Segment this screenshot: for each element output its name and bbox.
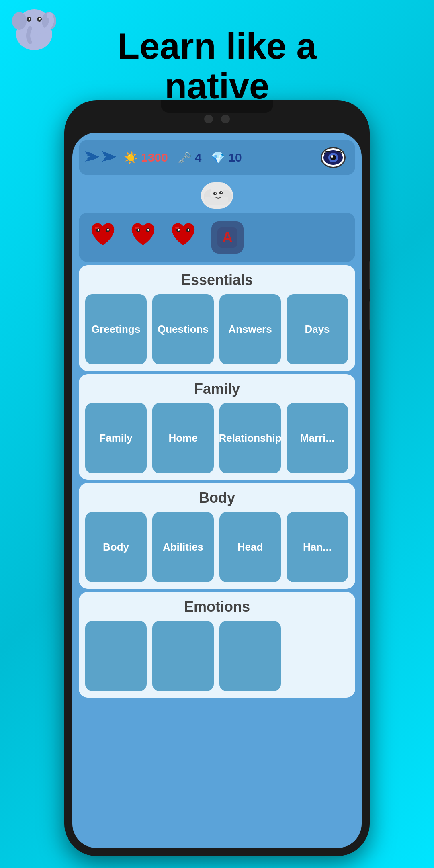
card-head-label: Head [234, 538, 266, 557]
card-abilities-label: Abilities [160, 538, 207, 557]
keys-item: 🗝️ 4 [178, 151, 202, 164]
svg-point-23 [98, 229, 99, 231]
card-home-label: Home [165, 429, 201, 448]
phone-screen[interactable]: ⮞⮞ ☀️ 1300 🗝️ 4 💎 10 [72, 133, 362, 848]
side-button-2 [369, 301, 370, 330]
svg-point-7 [39, 18, 41, 20]
arrow-icon: ⮞⮞ [84, 150, 118, 165]
phone-notch [161, 100, 273, 113]
card-hands-label: Han... [300, 538, 335, 557]
eye-button[interactable] [321, 147, 346, 168]
gems-item: 💎 10 [211, 151, 242, 164]
svg-point-30 [135, 227, 139, 229]
gem-icon: 💎 [211, 151, 225, 164]
heart-3 [167, 219, 199, 256]
card-emotion-2-label [180, 653, 186, 659]
essentials-cards: Greetings Questions Answers Days [85, 294, 349, 364]
svg-point-28 [138, 229, 139, 231]
card-emotion-3[interactable] [219, 621, 281, 691]
card-relationship[interactable]: Relationship [219, 403, 281, 473]
hearts-panel: A [79, 213, 355, 262]
essentials-title: Essentials [85, 272, 349, 289]
svg-point-33 [178, 229, 180, 231]
letter-badge[interactable]: A [211, 221, 244, 254]
phone-frame: ⮞⮞ ☀️ 1300 🗝️ 4 💎 10 [64, 100, 370, 856]
body-cards: Body Abilities Head Han... [85, 512, 349, 582]
key-icon: 🗝️ [178, 151, 192, 164]
card-relationship-label: Relationship [216, 429, 285, 448]
card-greetings-label: Greetings [88, 320, 143, 339]
card-answers-label: Answers [225, 320, 275, 339]
heart-1 [87, 219, 119, 256]
camera-dot-2 [221, 115, 230, 123]
body-section: Body Body Abilities Head Han... [79, 483, 355, 589]
card-answers[interactable]: Answers [219, 294, 281, 364]
svg-point-6 [29, 18, 30, 20]
card-body-label: Body [100, 538, 132, 557]
camera-dot-1 [204, 115, 213, 123]
card-greetings[interactable]: Greetings [85, 294, 147, 364]
card-abilities[interactable]: Abilities [152, 512, 214, 582]
card-days[interactable]: Days [287, 294, 348, 364]
svg-point-19 [215, 193, 216, 194]
essentials-section: Essentials Greetings Questions Answers D… [79, 265, 355, 371]
card-emotion-1[interactable] [85, 621, 147, 691]
card-emotion-3-label [247, 653, 254, 659]
family-title: Family [85, 381, 349, 397]
family-section: Family Family Home Relationship Marri... [79, 374, 355, 480]
camera-area [204, 115, 230, 123]
card-marriage[interactable]: Marri... [287, 403, 348, 473]
svg-point-12 [331, 155, 333, 158]
card-hands[interactable]: Han... [287, 512, 348, 582]
svg-point-24 [107, 229, 109, 231]
card-body[interactable]: Body [85, 512, 147, 582]
card-home[interactable]: Home [152, 403, 214, 473]
header-area: Learn like a native [0, 0, 434, 113]
svg-point-20 [221, 192, 222, 193]
cloud-mascot [201, 182, 233, 209]
status-left: ⮞⮞ ☀️ 1300 🗝️ 4 💎 10 [88, 150, 242, 165]
card-marriage-label: Marri... [297, 429, 338, 448]
card-head[interactable]: Head [219, 512, 281, 582]
mascot-elephant [8, 4, 60, 56]
svg-point-29 [147, 229, 149, 231]
emotions-section: Emotions [79, 592, 355, 698]
svg-text:A: A [222, 229, 233, 246]
card-emotion-2[interactable] [152, 621, 214, 691]
card-days-label: Days [301, 320, 333, 339]
body-title: Body [85, 489, 349, 506]
sun-icon: ☀️ [124, 151, 138, 164]
card-emotion-1-label [113, 653, 119, 659]
svg-point-35 [175, 227, 179, 229]
gems-value: 10 [228, 151, 242, 164]
svg-point-8 [47, 12, 53, 19]
heart-2 [127, 219, 159, 256]
svg-point-25 [95, 227, 99, 229]
family-cards: Family Home Relationship Marri... [85, 403, 349, 473]
energy-item: ☀️ 1300 [124, 151, 168, 164]
status-panel: ⮞⮞ ☀️ 1300 🗝️ 4 💎 10 [79, 140, 355, 175]
card-family[interactable]: Family [85, 403, 147, 473]
emotions-title: Emotions [85, 598, 349, 615]
svg-point-34 [188, 229, 189, 231]
page-title: Learn like a native [117, 18, 316, 106]
energy-value: 1300 [141, 151, 168, 164]
cloud-mascot-row [72, 179, 362, 210]
card-questions[interactable]: Questions [152, 294, 214, 364]
emotions-cards [85, 621, 349, 691]
side-button-1 [369, 261, 370, 289]
keys-value: 4 [195, 151, 202, 164]
card-family-label: Family [96, 429, 135, 448]
card-questions-label: Questions [154, 320, 212, 339]
svg-point-2 [12, 12, 27, 30]
